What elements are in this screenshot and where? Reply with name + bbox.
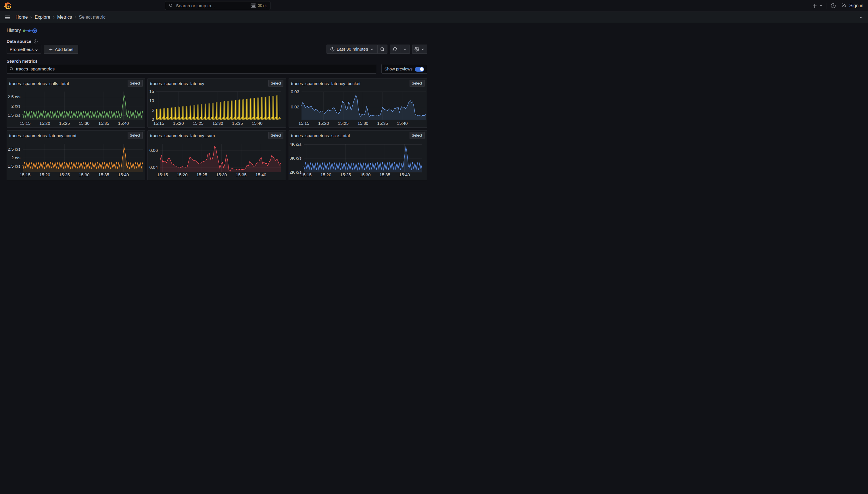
svg-text:15:35: 15:35 [98, 172, 109, 177]
svg-text:2K c/s: 2K c/s [290, 170, 301, 174]
svg-text:2.5 c/s: 2.5 c/s [7, 147, 20, 152]
svg-text:15:30: 15:30 [212, 121, 223, 126]
svg-text:15:35: 15:35 [98, 121, 109, 126]
svg-text:15:30: 15:30 [216, 172, 227, 177]
svg-text:15:30: 15:30 [357, 121, 368, 126]
svg-text:15:40: 15:40 [397, 121, 408, 126]
svg-text:0.04: 0.04 [150, 165, 158, 170]
svg-text:15:40: 15:40 [118, 172, 129, 177]
svg-text:15:15: 15:15 [301, 172, 312, 177]
svg-text:15:25: 15:25 [59, 121, 70, 126]
svg-text:15:30: 15:30 [78, 121, 90, 126]
svg-text:2 c/s: 2 c/s [11, 103, 20, 109]
svg-text:0.03: 0.03 [291, 89, 299, 94]
svg-text:15: 15 [149, 89, 154, 94]
svg-text:0.06: 0.06 [150, 148, 158, 153]
svg-text:15:30: 15:30 [78, 172, 90, 177]
svg-text:15:40: 15:40 [252, 121, 263, 126]
svg-text:15:20: 15:20 [177, 172, 188, 177]
svg-text:15:40: 15:40 [399, 172, 410, 177]
svg-text:15:40: 15:40 [256, 172, 267, 177]
svg-text:4K c/s: 4K c/s [290, 142, 301, 147]
svg-text:15:40: 15:40 [118, 121, 129, 126]
svg-text:15:15: 15:15 [20, 172, 31, 177]
svg-text:15:20: 15:20 [39, 121, 50, 126]
svg-text:15:35: 15:35 [377, 121, 388, 126]
svg-text:15:25: 15:25 [59, 172, 70, 177]
svg-text:1.5 c/s: 1.5 c/s [7, 113, 20, 118]
svg-text:15:35: 15:35 [379, 172, 390, 177]
svg-text:15:25: 15:25 [193, 121, 203, 126]
svg-text:15:30: 15:30 [359, 172, 371, 177]
svg-text:0: 0 [152, 117, 154, 121]
svg-text:1.5 c/s: 1.5 c/s [7, 164, 20, 169]
svg-text:3K c/s: 3K c/s [290, 155, 301, 160]
svg-text:15:35: 15:35 [232, 121, 243, 126]
svg-text:10: 10 [149, 98, 154, 103]
svg-text:2 c/s: 2 c/s [11, 155, 20, 160]
svg-text:15:20: 15:20 [320, 172, 331, 177]
svg-text:15:20: 15:20 [318, 121, 329, 126]
svg-text:15:20: 15:20 [39, 172, 50, 177]
svg-text:0.02: 0.02 [291, 104, 299, 109]
svg-text:15:35: 15:35 [236, 172, 246, 177]
svg-text:15:25: 15:25 [340, 172, 351, 177]
svg-text:15:15: 15:15 [20, 121, 31, 126]
svg-text:5: 5 [152, 107, 154, 112]
svg-text:15:15: 15:15 [154, 121, 164, 126]
svg-text:15:15: 15:15 [298, 121, 309, 126]
svg-text:15:20: 15:20 [173, 121, 184, 126]
svg-text:15:15: 15:15 [157, 172, 168, 177]
svg-text:2.5 c/s: 2.5 c/s [7, 94, 20, 99]
svg-text:15:25: 15:25 [338, 121, 349, 126]
svg-text:15:25: 15:25 [196, 172, 207, 177]
